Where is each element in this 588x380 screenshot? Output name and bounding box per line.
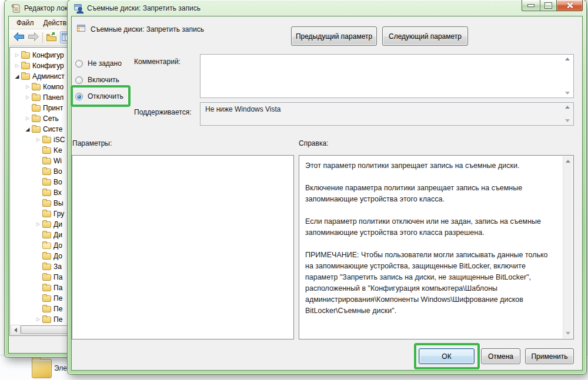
comment-input[interactable] <box>200 54 574 98</box>
options-label: Параметры: <box>72 139 112 147</box>
folder-icon <box>42 232 51 238</box>
help-paragraph: ПРИМЕЧАНИЕ: Чтобы пользователи могли зап… <box>305 250 557 317</box>
expand-collapse-icon[interactable] <box>35 159 42 163</box>
supported-value: Не ниже Windows Vista <box>205 105 281 113</box>
maximize-button[interactable] <box>540 0 557 11</box>
policy-setting-dialog: Съемные диски: Запретить запись Съемные … <box>68 0 586 374</box>
expand-collapse-icon[interactable] <box>35 148 42 153</box>
radio-icon[interactable] <box>75 93 83 100</box>
tree-item-label: Во <box>54 167 62 176</box>
left-arrow-icon <box>14 328 17 332</box>
expand-collapse-icon[interactable] <box>35 233 42 237</box>
expand-collapse-icon[interactable] <box>24 116 31 121</box>
scroll-up-icon[interactable] <box>565 106 570 109</box>
radio-option-label: Не задано <box>88 59 122 68</box>
tree-item-label: Па <box>54 273 62 281</box>
vertical-scrollbar[interactable] <box>563 156 573 338</box>
expand-collapse-icon[interactable] <box>14 63 21 68</box>
expand-collapse-icon[interactable] <box>35 275 42 280</box>
scroll-up-icon[interactable] <box>565 58 570 60</box>
radio-option[interactable]: Включить <box>75 72 193 88</box>
folder-icon <box>21 52 30 59</box>
tree-item-label: Вы <box>54 199 64 207</box>
folder-icon <box>42 264 51 270</box>
scroll-down-icon[interactable] <box>565 119 570 122</box>
editor-window-title: Редактор лок <box>24 4 68 12</box>
window-controls <box>522 0 583 11</box>
menu-item[interactable]: Файл <box>12 17 39 29</box>
expand-collapse-icon[interactable] <box>14 53 21 58</box>
radio-icon[interactable] <box>75 76 83 84</box>
scroll-down-icon[interactable] <box>565 92 570 95</box>
folder-icon <box>32 126 41 133</box>
folder-icon <box>32 359 52 378</box>
back-arrow-icon[interactable] <box>13 32 25 43</box>
dialog-client-area: Съемные диски: Запретить запись Предыдущ… <box>72 16 582 370</box>
expand-collapse-icon[interactable] <box>35 317 42 322</box>
folder-icon <box>21 63 30 69</box>
expand-collapse-icon[interactable] <box>35 285 42 290</box>
folder-icon <box>42 274 51 281</box>
maximize-icon <box>545 3 552 8</box>
expand-collapse-icon[interactable] <box>35 211 42 216</box>
cancel-button[interactable]: Отмена <box>481 348 520 364</box>
expand-collapse-icon[interactable] <box>35 137 42 142</box>
tree-item-label: Гру <box>54 210 64 218</box>
radio-option[interactable]: Отключить <box>75 88 193 105</box>
tree-item-label: До <box>54 241 62 250</box>
expand-collapse-icon[interactable] <box>35 190 42 195</box>
radio-option-label: Включить <box>88 76 119 84</box>
expand-collapse-icon[interactable] <box>14 74 21 79</box>
expand-collapse-icon[interactable] <box>35 307 42 311</box>
expand-collapse-icon[interactable] <box>24 106 31 110</box>
help-label: Справка: <box>299 139 328 147</box>
help-panel: Этот параметр политики запрещает запись … <box>299 155 574 339</box>
folder-icon <box>32 116 41 122</box>
help-paragraph: Если параметр политики отключен или не з… <box>305 216 557 238</box>
scroll-left-button[interactable] <box>11 325 21 335</box>
scroll-down-icon[interactable] <box>566 332 570 335</box>
folder-icon <box>32 105 41 112</box>
help-text[interactable]: Этот параметр политики запрещает запись … <box>299 156 562 339</box>
minimize-button[interactable] <box>522 0 540 11</box>
expand-collapse-icon[interactable] <box>35 180 42 184</box>
expand-collapse-icon[interactable] <box>35 296 42 301</box>
dialog-titlebar[interactable]: Съемные диски: Запретить запись <box>68 0 586 16</box>
tree-item-label: Систе <box>43 125 62 133</box>
options-panel[interactable] <box>72 155 294 339</box>
close-button[interactable] <box>557 0 583 11</box>
tree-item-label: Принт <box>43 104 63 112</box>
radio-icon[interactable] <box>75 60 83 68</box>
tree-item-label: Конфигур <box>32 51 64 59</box>
export-folder-icon[interactable] <box>46 32 57 43</box>
expand-collapse-icon[interactable] <box>35 254 42 258</box>
next-setting-button[interactable]: Следующий параметр <box>382 26 468 46</box>
close-icon <box>566 2 573 9</box>
scroll-up-icon[interactable] <box>566 160 570 163</box>
tree-item-label: Конфигур <box>32 62 64 70</box>
previous-setting-button[interactable]: Предыдущий параметр <box>291 26 377 46</box>
expand-collapse-icon[interactable] <box>35 264 42 269</box>
tree-item-label: Компо <box>43 83 64 91</box>
tree-item-label: Па <box>54 284 62 292</box>
expand-collapse-icon[interactable] <box>35 243 42 248</box>
policy-setting-icon <box>74 4 83 14</box>
expand-collapse-icon[interactable] <box>35 201 42 206</box>
supported-field[interactable]: Не ниже Windows Vista <box>200 102 574 126</box>
expand-collapse-icon[interactable] <box>35 222 42 227</box>
expand-collapse-icon[interactable] <box>24 95 31 100</box>
ok-button[interactable]: ОК <box>419 348 475 364</box>
tree-item-label: Wi <box>54 157 62 165</box>
supported-label: Поддерживается: <box>134 108 192 116</box>
folder-icon <box>32 95 41 101</box>
expand-collapse-icon[interactable] <box>24 127 31 132</box>
folder-icon <box>42 200 51 207</box>
expand-collapse-icon[interactable] <box>35 169 42 174</box>
folder-icon <box>42 169 51 175</box>
tree-item-label: Админист <box>32 72 65 80</box>
folder-icon <box>42 147 51 154</box>
forward-arrow-icon[interactable] <box>28 32 39 43</box>
folder-icon <box>42 190 51 196</box>
expand-collapse-icon[interactable] <box>24 85 31 89</box>
apply-button[interactable]: Применить <box>525 348 574 364</box>
